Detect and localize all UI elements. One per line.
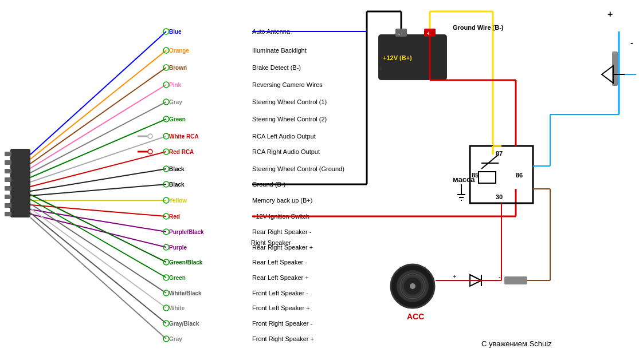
svg-text:-: - <box>630 38 633 48</box>
desc-swc2: Steering Wheel Control (2) <box>252 116 327 122</box>
wire-label-gray1: Gray <box>169 99 182 105</box>
wire-label-white-rca: White RCA <box>169 133 199 140</box>
wire-label-yellow: Yellow <box>169 197 187 204</box>
svg-rect-3 <box>5 160 11 165</box>
wire-label-red-rca: Red RCA <box>169 149 194 155</box>
wire-label-purple-black: Purple/Black <box>169 229 204 235</box>
svg-rect-0 <box>0 0 639 364</box>
wire-label-white: White <box>169 305 185 311</box>
desc-rl-minus: Rear Left Speaker - <box>252 259 307 266</box>
wire-label-green1: Green <box>169 116 186 122</box>
desc-rca-right: RCA Right Audio Output <box>252 148 320 155</box>
desc-fr-minus: Front Right Speaker - <box>252 320 312 327</box>
desc-reversing: Reversing Camere Wires <box>252 81 323 88</box>
svg-text:+: + <box>453 273 456 280</box>
relay-pin-30: 30 <box>496 193 503 200</box>
svg-rect-1 <box>10 149 30 217</box>
svg-point-29 <box>148 149 152 154</box>
relay-ground-label: масса <box>453 175 475 184</box>
wire-label-black2: Black <box>169 181 185 188</box>
desc-rca-left: RCA Left Audio Output <box>252 133 316 140</box>
wire-label-orange: Orange <box>169 48 189 54</box>
desc-memory: Memory back up (B+) <box>252 197 312 204</box>
desc-swc1: Steering Wheel Control (1) <box>252 98 327 105</box>
wire-label-red: Red <box>169 213 180 220</box>
wire-label-gray2: Gray <box>169 336 182 342</box>
svg-text:+: + <box>378 64 383 73</box>
wiring-diagram: Blue Orange Brown Pink Gray Green White … <box>0 0 639 364</box>
svg-rect-4 <box>5 169 11 173</box>
signature: С уважением Schulz <box>481 339 552 348</box>
wire-label-blue: Blue <box>169 29 182 35</box>
desc-rl-plus: Rear Left Speaker + <box>252 274 309 281</box>
battery-label: +12V (B+) <box>383 54 412 61</box>
relay-pin-86: 86 <box>516 172 523 179</box>
wire-label-pink: Pink <box>169 82 182 88</box>
wire-label-green2: Green <box>169 275 186 281</box>
svg-text:-: - <box>398 30 400 37</box>
wire-label-green-black: Green/Black <box>169 259 203 266</box>
svg-text:-: - <box>499 273 501 280</box>
wire-label-purple: Purple <box>169 244 187 251</box>
desc-brake: Brake Detect (B-) <box>252 64 301 71</box>
svg-point-90 <box>410 283 415 289</box>
right-speaker-label: Right Speaker <box>251 239 291 246</box>
desc-swc-gnd: Steering Wheel Control (Ground) <box>252 165 344 172</box>
svg-rect-5 <box>5 177 11 182</box>
svg-rect-55 <box>395 29 407 37</box>
wire-label-black1: Black <box>169 166 185 172</box>
svg-rect-7 <box>5 195 11 199</box>
wire-label-brown: Brown <box>169 65 187 71</box>
desc-rr-minus: Rear Right Speaker - <box>252 228 312 235</box>
desc-fl-minus: Front Left Speaker - <box>252 290 308 296</box>
wire-label-gray-black: Gray/Black <box>169 321 199 327</box>
svg-rect-8 <box>5 203 11 208</box>
desc-fr-plus: Front Right Speaker + <box>252 335 314 342</box>
svg-rect-99 <box>504 276 527 284</box>
acc-label: ACC <box>407 312 424 321</box>
svg-point-25 <box>148 134 152 139</box>
svg-rect-2 <box>5 152 11 156</box>
svg-rect-9 <box>5 212 11 216</box>
svg-rect-6 <box>5 186 11 191</box>
desc-illuminate: Illuminate Backlight <box>252 47 307 54</box>
svg-text:+: + <box>607 9 613 19</box>
desc-fl-plus: Front Left Speaker + <box>252 304 310 311</box>
wire-label-white-black: White/Black <box>169 290 202 296</box>
ground-wire-label: Ground Wire (B-) <box>453 24 504 31</box>
